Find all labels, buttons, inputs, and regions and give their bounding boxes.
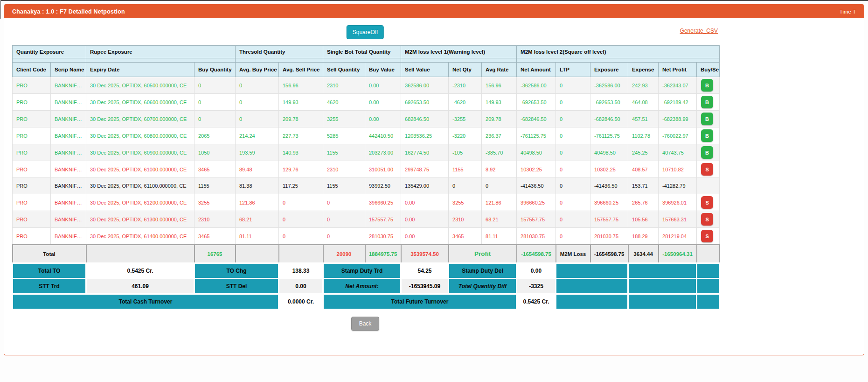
- table-cell: 40498.50: [590, 144, 628, 161]
- table-row: PROBANKNIFTY30 Dec 2025, OPTIDX, 60900.0…: [13, 144, 720, 161]
- table-cell: 396926.01: [659, 194, 697, 211]
- table-cell: 0: [556, 94, 590, 111]
- column-header: Sell Value: [401, 63, 449, 77]
- table-cell: 40498.50: [517, 144, 556, 161]
- buy-sell-cell: B: [697, 77, 720, 94]
- sell-action-button[interactable]: S: [701, 163, 713, 176]
- table-cell: 81.11: [482, 228, 517, 245]
- table-cell: 281030.75: [517, 228, 556, 245]
- table-cell: 3255: [449, 194, 482, 211]
- table-cell: 281030.75: [365, 228, 401, 245]
- table-cell: BANKNIFTY: [51, 127, 86, 144]
- table-cell: 2310: [449, 211, 482, 228]
- table-cell: 135429.00: [401, 178, 449, 194]
- back-button[interactable]: Back: [351, 317, 380, 331]
- buy-sell-cell: B: [697, 94, 720, 111]
- group-header: Thresold Quantity: [236, 46, 323, 58]
- table-cell: 1102.78: [628, 127, 659, 144]
- buy-action-button[interactable]: B: [701, 96, 713, 108]
- table-cell: 396660.25: [365, 194, 401, 211]
- table-cell: 68.21: [236, 211, 279, 228]
- table-cell: 0: [323, 194, 365, 211]
- table-row: PROBANKNIFTY30 Dec 2025, OPTIDX, 60700.0…: [13, 111, 720, 127]
- buy-action-button[interactable]: B: [701, 129, 713, 142]
- table-cell: BANKNIFTY: [51, 194, 86, 211]
- table-cell: -692189.42: [659, 94, 697, 111]
- table-cell: 0: [482, 178, 517, 194]
- table-cell: 157557.75: [365, 211, 401, 228]
- total-m2m-loss-label: M2M Loss: [556, 245, 590, 263]
- table-cell: 30 Dec 2025, OPTIDX, 60900.000000, CE: [86, 144, 194, 161]
- table-cell: PRO: [13, 211, 51, 228]
- table-cell: 30 Dec 2025, OPTIDX, 61200.000000, CE: [86, 194, 194, 211]
- total-net-amount: -1654598.75: [517, 245, 556, 263]
- table-cell: 30 Dec 2025, OPTIDX, 60500.000000, CE: [86, 77, 194, 94]
- window-top-edge: [0, 0, 868, 1]
- header-spacer-cell: [86, 58, 236, 63]
- column-header: Expiry Date: [86, 63, 194, 77]
- table-cell: 68.21: [482, 211, 517, 228]
- table-cell: 162774.50: [401, 144, 449, 161]
- buy-sell-cell: S: [697, 228, 720, 245]
- column-header: Buy Value: [365, 63, 401, 77]
- table-cell: 2310: [194, 211, 236, 228]
- table-cell: 157557.75: [590, 211, 628, 228]
- summary-label-stamp-duty-trd: Stamp Duty Trd: [323, 263, 401, 279]
- table-cell: -682846.50: [590, 111, 628, 127]
- table-cell: -3255: [449, 111, 482, 127]
- sell-action-button[interactable]: S: [701, 230, 713, 242]
- table-cell: 0: [556, 127, 590, 144]
- table-cell: 156.96: [482, 77, 517, 94]
- summary-row-2: STT Trd 461.09 STT Del 0.00 Net Amount: …: [13, 279, 720, 294]
- summary-value-to-chg: 138.33: [279, 263, 323, 279]
- group-header: Single Bot Total Quantity: [323, 46, 401, 58]
- total-buy-value: 1884975.75: [365, 245, 401, 263]
- table-cell: -41282.79: [659, 178, 697, 194]
- table-cell: 30 Dec 2025, OPTIDX, 60700.000000, CE: [86, 111, 194, 127]
- table-cell: 3255: [323, 111, 365, 127]
- table-cell: 4620: [323, 94, 365, 111]
- table-cell: 209.78: [279, 111, 323, 127]
- table-cell: 1155: [449, 161, 482, 178]
- table-cell: 0.00: [365, 94, 401, 111]
- table-cell: 188.29: [628, 228, 659, 245]
- sell-action-button[interactable]: S: [701, 213, 713, 226]
- buy-sell-cell: B: [697, 127, 720, 144]
- panel-body: SquareOff Generate_CSV Quantity Exposure…: [4, 18, 864, 331]
- sell-action-button[interactable]: S: [701, 196, 713, 209]
- summary-label-to-chg: TO Chg: [194, 263, 279, 279]
- table-cell: -760022.97: [659, 127, 697, 144]
- page-title: Chanakya : 1.0 : F7 Detailed Netpostion: [12, 8, 125, 15]
- table-cell: 692653.50: [401, 94, 449, 111]
- squareoff-button[interactable]: SquareOff: [347, 25, 384, 39]
- table-row: PROBANKNIFTY30 Dec 2025, OPTIDX, 60800.0…: [13, 127, 720, 144]
- buy-action-button[interactable]: B: [701, 79, 713, 92]
- generate-csv-link[interactable]: Generate_CSV: [680, 28, 718, 34]
- column-header: LTP: [556, 63, 590, 77]
- table-cell: -41436.50: [590, 178, 628, 194]
- buy-action-button[interactable]: B: [701, 146, 713, 159]
- table-cell: 81.11: [236, 228, 279, 245]
- table-cell: BANKNIFTY: [51, 228, 86, 245]
- table-row: PROBANKNIFTY30 Dec 2025, OPTIDX, 61000.0…: [13, 161, 720, 178]
- total-label: Total: [13, 245, 86, 263]
- buy-action-button[interactable]: B: [701, 113, 713, 125]
- titlebar-time-label: Time T: [840, 9, 856, 14]
- table-cell: -41436.50: [517, 178, 556, 194]
- total-net-profit: -1650964.31: [659, 245, 697, 263]
- table-cell: 0: [194, 77, 236, 94]
- netposition-panel: Chanakya : 1.0 : F7 Detailed Netpostion …: [4, 4, 864, 355]
- table-cell: 30 Dec 2025, OPTIDX, 61100.000000, CE: [86, 178, 194, 194]
- table-cell: 0: [323, 211, 365, 228]
- summary-label-total-future-turnover: Total Future Turnover: [323, 294, 517, 310]
- buy-sell-cell: S: [697, 211, 720, 228]
- summary-filler: [628, 263, 697, 279]
- panel-titlebar: Chanakya : 1.0 : F7 Detailed Netpostion …: [4, 5, 864, 18]
- back-row: Back: [12, 310, 719, 331]
- summary-filler: [628, 279, 697, 294]
- table-cell: 214.24: [236, 127, 279, 144]
- table-cell: 156.96: [279, 77, 323, 94]
- table-cell: 0.00: [401, 228, 449, 245]
- table-cell: PRO: [13, 111, 51, 127]
- column-header: Avg. Buy Price: [236, 63, 279, 77]
